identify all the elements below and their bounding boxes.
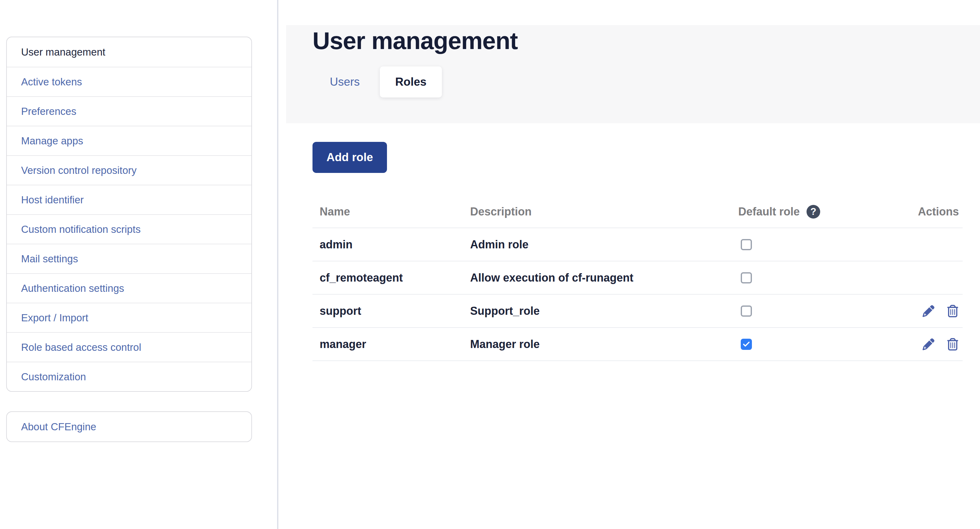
default-role-checkbox[interactable] (741, 306, 752, 317)
sidebar-item-user-management[interactable]: User management (7, 37, 251, 67)
sidebar-item-preferences[interactable]: Preferences (7, 96, 251, 126)
role-name: cf_remoteagent (312, 271, 470, 284)
check-icon (742, 340, 750, 348)
trash-icon (947, 305, 958, 317)
role-name: support (312, 304, 470, 317)
delete-role-button[interactable] (947, 305, 959, 317)
role-description: Manager role (470, 338, 738, 351)
tab-roles[interactable]: Roles (380, 67, 442, 97)
column-header-name: Name (312, 205, 470, 218)
default-role-checkbox[interactable] (741, 272, 752, 284)
column-header-default-role-label: Default role (738, 205, 800, 218)
role-description: Admin role (470, 238, 738, 251)
sidebar-item-authentication-settings[interactable]: Authentication settings (7, 273, 251, 303)
sidebar-item-custom-notification-scripts[interactable]: Custom notification scripts (7, 214, 251, 244)
table-row-support: support Support_role (312, 295, 963, 328)
role-description: Support_role (470, 304, 738, 317)
table-row-admin: admin Admin role (312, 228, 963, 261)
table-row-manager: manager Manager role (312, 328, 963, 361)
sidebar-item-manage-apps[interactable]: Manage apps (7, 126, 251, 155)
column-header-actions: Actions (915, 205, 963, 218)
edit-role-button[interactable] (922, 305, 935, 317)
role-description: Allow execution of cf-runagent (470, 271, 738, 284)
pencil-icon (923, 305, 934, 317)
trash-icon (947, 338, 958, 351)
table-row-cf-remoteagent: cf_remoteagent Allow execution of cf-run… (312, 261, 963, 295)
role-name: manager (312, 338, 470, 351)
pencil-icon (923, 338, 934, 350)
delete-role-button[interactable] (947, 338, 959, 351)
sidebar-item-active-tokens[interactable]: Active tokens (7, 67, 251, 96)
sidebar-item-export-import[interactable]: Export / Import (7, 303, 251, 332)
sidebar-item-version-control-repository[interactable]: Version control repository (7, 155, 251, 185)
sidebar-item-role-based-access-control[interactable]: Role based access control (7, 332, 251, 362)
column-header-description: Description (470, 205, 738, 218)
about-card: About CFEngine (6, 411, 252, 442)
edit-role-button[interactable] (922, 338, 935, 351)
role-name: admin (312, 238, 470, 251)
sidebar-content-divider (277, 0, 278, 529)
add-role-button[interactable]: Add role (312, 142, 387, 173)
sidebar-item-mail-settings[interactable]: Mail settings (7, 244, 251, 273)
sidebar-item-customization[interactable]: Customization (7, 362, 251, 391)
roles-table: Name Description Default role ? Actions … (312, 196, 963, 361)
default-role-checkbox[interactable] (741, 239, 752, 250)
tab-users[interactable]: Users (325, 67, 365, 97)
sidebar-item-about-cfengine[interactable]: About CFEngine (7, 412, 251, 441)
column-header-default-role: Default role ? (738, 205, 915, 218)
settings-sidebar: User management Active tokens Preference… (6, 37, 252, 392)
sidebar-item-host-identifier[interactable]: Host identifier (7, 185, 251, 214)
page-title: User management (312, 29, 518, 53)
default-role-checkbox[interactable] (741, 339, 752, 350)
table-header-row: Name Description Default role ? Actions (312, 196, 963, 228)
default-role-help-icon[interactable]: ? (807, 205, 820, 218)
